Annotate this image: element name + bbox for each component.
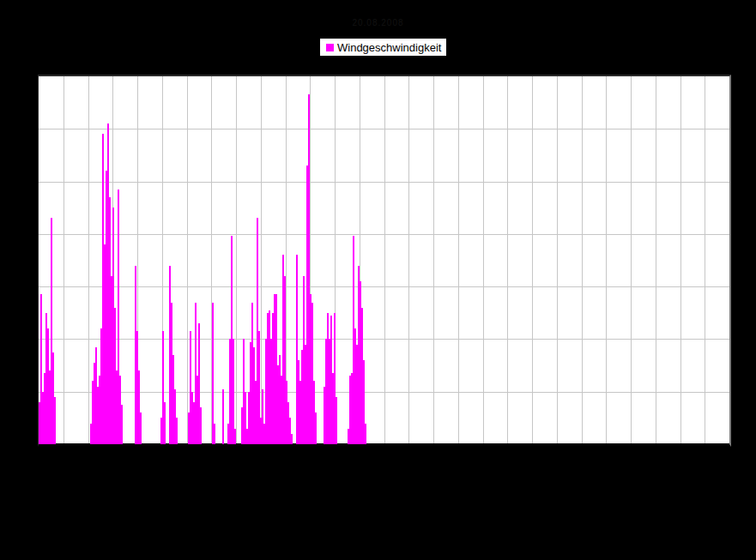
bar (214, 424, 215, 445)
legend: Windgeschwindigkeit (320, 39, 446, 56)
vertical-gridline (532, 76, 533, 444)
bar (234, 429, 236, 444)
vertical-gridline (705, 76, 705, 444)
bar (222, 389, 224, 444)
horizontal-gridline (39, 182, 729, 183)
vertical-gridline (433, 76, 434, 444)
vertical-gridline (606, 76, 607, 444)
vertical-gridline (507, 76, 508, 444)
vertical-gridline (680, 76, 681, 444)
x-axis-line (39, 443, 729, 444)
legend-swatch-windgeschwindigkeit (326, 44, 334, 51)
bar (200, 407, 202, 444)
chart-canvas: 20.08.2008 Windgeschwindigkeit (0, 0, 756, 560)
vertical-gridline (236, 76, 237, 444)
vertical-gridline (64, 76, 64, 444)
plot-area (38, 75, 731, 447)
bar (164, 402, 166, 444)
horizontal-gridline (39, 286, 729, 287)
bar (54, 397, 56, 444)
bar (176, 418, 178, 444)
vertical-gridline (88, 76, 89, 444)
vertical-gridline (458, 76, 459, 444)
vertical-gridline (557, 76, 558, 444)
vertical-gridline (384, 76, 385, 444)
bar (291, 434, 293, 444)
vertical-gridline (483, 76, 484, 444)
chart-title: 20.08.2008 (0, 18, 756, 27)
vertical-gridline (408, 76, 409, 444)
legend-label: Windgeschwindigkeit (337, 42, 441, 53)
bar (140, 412, 142, 444)
vertical-gridline (656, 76, 656, 444)
vertical-gridline (631, 76, 632, 444)
horizontal-gridline (39, 339, 729, 340)
vertical-gridline (582, 76, 583, 444)
horizontal-gridline (39, 234, 729, 235)
vertical-gridline (187, 76, 188, 444)
plot-inner (39, 76, 729, 444)
horizontal-gridline (39, 129, 729, 129)
bar (121, 405, 123, 444)
bar (336, 397, 337, 444)
horizontal-gridline (39, 392, 729, 393)
bar (315, 412, 317, 444)
bar (365, 424, 366, 445)
